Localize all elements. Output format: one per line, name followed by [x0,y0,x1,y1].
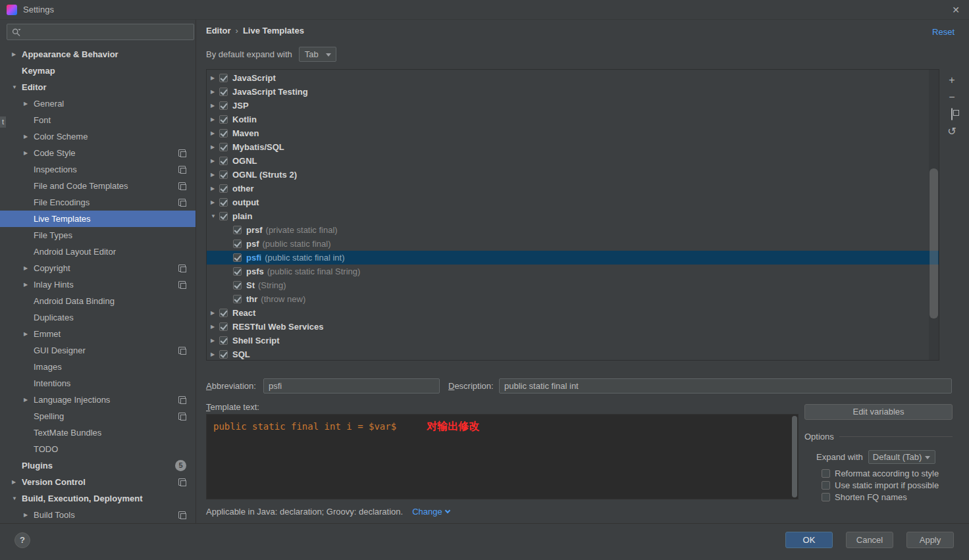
sidebar-item-font[interactable]: Font [0,112,196,128]
option-row-reformat-according-to-style[interactable]: Reformat according to style [822,467,939,479]
breadcrumb-editor[interactable]: Editor [206,26,231,36]
chevron-right-icon[interactable]: ▶ [24,150,34,156]
search-input[interactable] [25,27,190,37]
template-checkbox[interactable] [233,253,242,262]
template-text-editor[interactable]: public static final int i = $var$对输出修改 [206,414,799,499]
chevron-right-icon[interactable]: ▶ [209,351,219,357]
chevron-down-icon[interactable] [444,507,450,513]
sidebar-item-language-injections[interactable]: ▶Language Injections [0,392,196,408]
chevron-right-icon[interactable]: ▶ [209,116,219,122]
chevron-right-icon[interactable]: ▶ [24,101,34,107]
sidebar-item-textmate-bundles[interactable]: TextMate Bundles [0,424,196,441]
template-row-psfi[interactable]: psfi(public static final int) [207,251,939,265]
template-checkbox[interactable] [233,295,242,303]
editor-scrollbar-track[interactable] [791,415,798,499]
sidebar-item-intentions[interactable]: Intentions [0,375,196,392]
template-checkbox[interactable] [219,309,228,317]
template-checkbox[interactable] [219,170,228,179]
chevron-right-icon[interactable]: ▶ [24,134,34,140]
template-checkbox[interactable] [219,184,228,193]
sidebar-item-file-types[interactable]: File Types [0,227,196,243]
edit-variables-button[interactable]: Edit variables [804,404,953,420]
sidebar-item-general[interactable]: ▶General [0,95,196,112]
option-checkbox[interactable] [822,493,830,501]
tree-scrollbar-thumb[interactable] [930,168,938,318]
chevron-right-icon[interactable]: ▶ [209,75,219,81]
sidebar-item-todo[interactable]: TODO [0,441,196,457]
chevron-right-icon[interactable]: ▶ [24,331,34,337]
template-checkbox[interactable] [219,88,228,96]
sidebar-item-spelling[interactable]: Spelling [0,408,196,424]
reset-link[interactable]: Reset [932,27,955,37]
sidebar-item-copyright[interactable]: ▶Copyright [0,260,196,276]
chevron-right-icon[interactable]: ▶ [209,324,219,330]
template-row-psfs[interactable]: psfs(public static final String) [207,265,939,278]
sidebar-item-code-style[interactable]: ▶Code Style [0,145,196,161]
template-row-plain[interactable]: ▼plain [207,209,939,223]
sidebar-item-live-templates[interactable]: Live Templates [0,211,196,227]
template-checkbox[interactable] [233,226,242,234]
template-checkbox[interactable] [219,350,228,359]
sidebar-item-emmet[interactable]: ▶Emmet [0,326,196,342]
template-row-jsp[interactable]: ▶JSP [207,99,939,113]
template-checkbox[interactable] [219,157,228,165]
chevron-right-icon[interactable]: ▶ [24,512,34,518]
template-row-other[interactable]: ▶other [207,182,939,195]
chevron-right-icon[interactable]: ▶ [209,144,219,150]
sidebar-item-plugins[interactable]: Plugins5 [0,457,196,474]
sidebar-item-color-scheme[interactable]: ▶Color Scheme [0,128,196,145]
option-row-use-static-import-if-possible[interactable]: Use static import if possible [822,479,939,491]
template-checkbox[interactable] [219,101,228,110]
chevron-right-icon[interactable]: ▶ [24,397,34,403]
sidebar-item-build-execution-deployment[interactable]: ▼Build, Execution, Deployment [0,490,196,507]
template-row-mybatis-sql[interactable]: ▶Mybatis/SQL [207,140,939,154]
template-row-maven[interactable]: ▶Maven [207,126,939,140]
chevron-down-icon[interactable]: ▼ [12,496,22,501]
template-row-psf[interactable]: psf(public static final) [207,237,939,251]
template-checkbox[interactable] [219,322,228,331]
template-checkbox[interactable] [233,240,242,248]
sidebar-item-inspections[interactable]: Inspections [0,161,196,178]
template-row-sql[interactable]: ▶SQL [207,347,939,361]
cancel-button[interactable]: Cancel [846,532,893,548]
sidebar-item-inlay-hints[interactable]: ▶Inlay Hints [0,276,196,293]
restore-defaults-icon[interactable]: ↺ [947,126,957,137]
sidebar-item-duplicates[interactable]: Duplicates [0,309,196,326]
remove-template-icon[interactable]: − [947,92,957,103]
chevron-down-icon[interactable]: ▼ [12,84,22,90]
template-row-thr[interactable]: thr(throw new) [207,292,939,306]
default-expand-dropdown[interactable]: Tab [299,47,336,62]
editor-scrollbar-thumb[interactable] [792,416,797,497]
sidebar-item-android-data-binding[interactable]: Android Data Binding [0,293,196,309]
template-row-output[interactable]: ▶output [207,195,939,209]
template-checkbox[interactable] [233,281,242,290]
sidebar-item-editor[interactable]: ▼Editor [0,79,196,95]
template-checkbox[interactable] [219,74,228,82]
template-row-javascript-testing[interactable]: ▶JavaScript Testing [207,85,939,99]
sidebar-item-android-layout-editor[interactable]: Android Layout Editor [0,243,196,260]
settings-search-box[interactable] [7,24,194,40]
chevron-right-icon[interactable]: ▶ [209,89,219,95]
template-checkbox[interactable] [219,115,228,124]
chevron-right-icon[interactable]: ▶ [12,51,22,57]
template-row-shell-script[interactable]: ▶Shell Script [207,334,939,347]
template-checkbox[interactable] [219,143,228,151]
template-checkbox[interactable] [233,267,242,276]
sidebar-item-images[interactable]: Images [0,359,196,375]
abbreviation-input[interactable] [263,378,440,394]
template-row-react[interactable]: ▶React [207,306,939,320]
help-button[interactable]: ? [14,532,30,548]
tree-scrollbar-track[interactable] [929,70,939,360]
template-checkbox[interactable] [219,129,228,138]
apply-button[interactable]: Apply [906,532,954,548]
description-input[interactable] [499,378,952,394]
chevron-right-icon[interactable]: ▶ [209,199,219,205]
sidebar-item-keymap[interactable]: Keymap [0,63,196,79]
chevron-right-icon[interactable]: ▶ [209,130,219,136]
add-template-icon[interactable]: + [947,75,957,86]
change-link[interactable]: Change [412,507,442,517]
template-checkbox[interactable] [219,212,228,220]
template-checkbox[interactable] [219,336,228,345]
sidebar-item-build-tools[interactable]: ▶Build Tools [0,507,196,523]
chevron-right-icon[interactable]: ▶ [24,282,34,288]
